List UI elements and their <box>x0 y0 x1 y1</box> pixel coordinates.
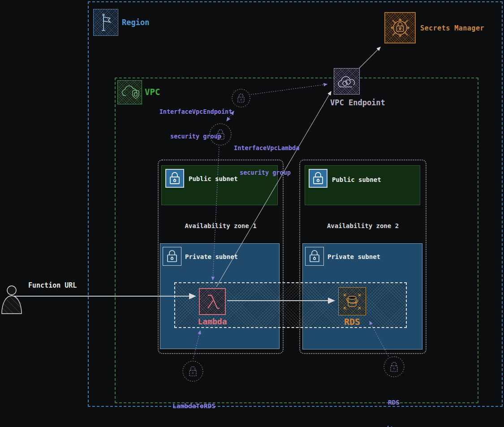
public-subnet-label: Public subnet <box>332 176 381 183</box>
architecture-diagram: Region Secrets Manager VPC InterfaceVpcE… <box>0 0 504 427</box>
region-label: Region <box>122 18 149 27</box>
private-subnet-icon <box>305 247 324 266</box>
lambdatords-sg-label: LambdaToRDS security group <box>161 384 227 427</box>
private-subnet-label: Private subnet <box>185 253 238 260</box>
secrets-manager-icon <box>384 12 416 43</box>
dotted-link-lambdatords-sg-to-box <box>193 331 200 359</box>
vpc-endpoint-icon <box>334 68 360 95</box>
rds-icon <box>338 287 366 315</box>
az2-label: Availability zone 2 <box>299 222 426 229</box>
function-url-label: Function URL <box>28 281 77 289</box>
public-subnet-icon <box>309 169 327 188</box>
secrets-manager-label: Secrets Manager <box>420 24 484 32</box>
region-flag-icon <box>93 9 118 36</box>
vpc-endpoint-label: VPC Endpoint <box>330 98 385 107</box>
dotted-link-rds-sg-to-box <box>370 321 388 356</box>
az1-label: Availability zone 1 <box>158 222 284 229</box>
sg-name: RDS <box>361 398 426 407</box>
lambdatords-security-group-lock-icon <box>182 360 204 382</box>
private-subnet-icon <box>163 247 181 266</box>
connection-arrows <box>0 0 504 427</box>
sg-name: InterfaceVpcEndpoint <box>158 108 234 116</box>
interface-vpc-lambda-sg-label: InterfaceVpcLambda security group <box>234 128 297 193</box>
rds-label: RDS <box>333 316 371 327</box>
dotted-link-endpoint-sg-to-vpc-endpoint <box>251 84 327 95</box>
private-subnet-label: Private subnet <box>327 253 380 260</box>
sg-name: LambdaToRDS <box>161 402 227 411</box>
sg-suffix: security group <box>361 425 426 427</box>
sg-suffix: security group <box>234 168 297 177</box>
lambda-icon <box>199 288 226 315</box>
rds-security-group-lock-icon <box>383 356 405 378</box>
public-subnet-label: Public subnet <box>189 175 238 182</box>
rds-sg-label: RDS security group <box>361 381 426 427</box>
person-icon <box>0 282 25 315</box>
lambda-security-group-lock-icon <box>209 123 232 146</box>
vpc-icon <box>117 80 142 104</box>
sg-name: InterfaceVpcLambda <box>234 144 297 152</box>
endpoint-security-group-lock-icon <box>231 88 251 108</box>
lambda-label: Lambda <box>190 317 235 326</box>
public-subnet-icon <box>165 169 184 188</box>
arrow-vpc-endpoint-to-secrets-manager <box>357 47 380 70</box>
